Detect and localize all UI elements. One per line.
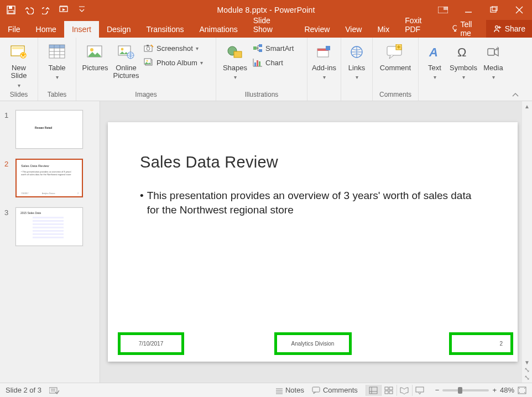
new-slide-button[interactable]: New Slide [3,40,34,88]
prev-slide-icon[interactable]: ⤡ [523,366,531,374]
footer-center-text: Analytics Division [291,341,335,347]
tab-slideshow[interactable]: Slide Show [246,12,297,38]
notes-icon [275,386,283,394]
collapse-ribbon-button[interactable] [510,38,520,101]
notes-button[interactable]: Notes [275,386,304,394]
scroll-down-icon[interactable]: ▼ [523,358,531,366]
zoom-out-button[interactable]: − [435,386,440,394]
quick-access-toolbar [0,0,91,20]
scroll-up-icon[interactable]: ▲ [523,102,531,110]
slideshow-view-button[interactable] [412,385,427,396]
shapes-button[interactable]: Shapes [220,40,251,80]
view-buttons [366,385,427,396]
online-pictures-button[interactable]: Online Pictures [111,40,142,80]
svg-rect-46 [369,387,377,394]
tab-animations[interactable]: Animations [191,21,245,38]
thumbnail-1[interactable]: 1 Rowan Retail [4,110,95,149]
svg-rect-45 [312,387,320,392]
close-button[interactable] [507,0,532,20]
media-button[interactable]: Media [479,40,507,80]
start-from-beginning-button[interactable] [55,0,73,20]
chart-icon [253,58,263,67]
photo-album-label: Photo Album [157,59,197,67]
tab-file[interactable]: File [0,21,28,38]
smartart-button[interactable]: SmartArt [251,42,304,54]
links-button[interactable]: Links [345,40,369,80]
group-links: Links [341,38,373,101]
ribbon-tabs: File Home Insert Design Transitions Anim… [0,20,532,38]
comment-label: Comment [380,64,411,72]
links-icon [347,42,367,62]
undo-button[interactable] [20,0,38,20]
svg-rect-23 [147,45,149,46]
pictures-button[interactable]: Pictures [80,40,111,80]
zoom-slider[interactable] [442,389,489,391]
tab-insert[interactable]: Insert [64,21,99,38]
slide-editor[interactable]: Sales Data Review This presentation prov… [100,101,532,383]
zoom-in-button[interactable]: + [492,386,497,394]
thumbnail-2[interactable]: 2 Sales Data Review • This presentation … [4,159,95,197]
chart-button[interactable]: Chart [251,56,304,69]
normal-view-button[interactable] [366,385,381,396]
tell-me-button[interactable]: Tell me [445,20,486,38]
slide-thumbnails-panel[interactable]: 1 Rowan Retail 2 Sales Data Review • Thi… [0,101,100,383]
next-slide-icon[interactable]: ⤡ [523,374,531,382]
tab-view[interactable]: View [337,21,369,38]
thumbnail-3[interactable]: 3 2015 Sales Data [4,207,95,246]
text-button[interactable]: A Text [422,40,447,80]
screenshot-icon [144,43,154,53]
links-label: Links [348,64,365,72]
spellcheck-icon [49,386,59,394]
slide-body[interactable]: This presentation provides an overview o… [140,189,486,217]
redo-button[interactable] [38,0,55,20]
zoom-controls: − + 48% [435,386,526,394]
group-addins-label [311,98,337,100]
svg-rect-34 [259,61,260,66]
vertical-scrollbar[interactable]: ▲ ▼ ⤡ ⤡ [522,101,532,383]
symbols-button[interactable]: Ω Symbols [447,40,479,80]
photo-album-button[interactable]: Photo Album [142,56,212,69]
tab-foxit[interactable]: Foxit PDF [397,12,444,38]
lightbulb-icon [451,25,457,33]
zoom-percent[interactable]: 48% [500,386,514,394]
comment-button[interactable]: Comment [376,40,415,72]
tab-transitions[interactable]: Transitions [139,21,192,38]
table-button[interactable]: Table [41,40,72,80]
photo-album-icon [144,58,154,67]
save-button[interactable] [2,0,20,20]
tab-home[interactable]: Home [28,21,64,38]
thumbnail-preview: Rowan Retail [15,110,83,149]
group-slides: New Slide Slides [0,38,38,101]
reading-view-button[interactable] [397,385,412,396]
tab-mix[interactable]: Mix [369,21,397,38]
screenshot-button[interactable]: Screenshot [142,42,212,54]
slide-canvas[interactable]: Sales Data Review This presentation prov… [108,122,518,362]
share-button[interactable]: Share [486,20,532,38]
slide-sorter-button[interactable] [381,385,397,396]
status-bar: Slide 2 of 3 Notes Comments − + 48% [0,383,532,397]
text-label: Text [428,64,441,72]
online-pictures-icon [116,42,136,62]
maximize-button[interactable] [481,0,507,20]
slide-counter: Slide 2 of 3 [6,386,41,394]
group-images: Pictures Online Pictures Screenshot [76,38,216,101]
spellcheck-button[interactable] [49,386,59,394]
pictures-label: Pictures [82,64,108,72]
thumbnail-number: 3 [4,207,11,246]
fit-to-window-button[interactable] [518,386,526,394]
new-slide-icon [9,42,29,62]
tab-design[interactable]: Design [99,21,139,38]
group-slides-label: Slides [3,91,34,100]
minimize-button[interactable] [456,0,481,20]
svg-point-26 [147,60,148,62]
svg-rect-47 [385,387,388,390]
comments-button[interactable]: Comments [312,386,358,394]
qat-customize-button[interactable] [73,0,91,20]
tell-me-label: Tell me [460,20,479,38]
slide-title[interactable]: Sales Data Review [140,153,278,171]
svg-rect-15 [49,45,65,48]
tab-review[interactable]: Review [296,21,337,38]
addins-icon [314,42,334,62]
slide-bullet-text: This presentation provides an overview o… [147,189,486,217]
addins-button[interactable]: Add-ins [311,40,337,80]
